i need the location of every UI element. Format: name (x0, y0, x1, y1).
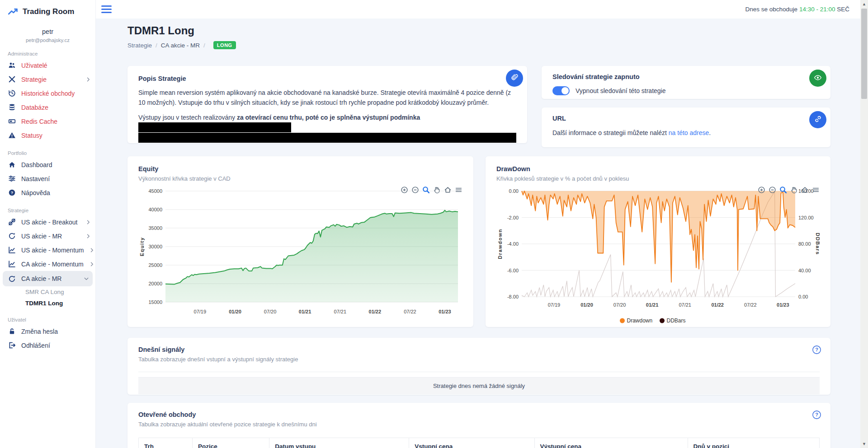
zoom-out-icon[interactable] (411, 186, 419, 194)
sidebar-section-uzivatel: Uživatel (0, 309, 95, 324)
url-text: Další informace o strategii můžete naléz… (552, 129, 820, 136)
equity-chart-card: Equity Výkonnostní křivka strategie v CA… (127, 156, 473, 327)
history-icon (8, 89, 16, 98)
svg-text:?: ? (815, 347, 818, 352)
app-logo[interactable]: Trading Room (0, 0, 95, 17)
sidebar-item-strategie-admin[interactable]: Strategie (0, 72, 95, 86)
refresh-icon (8, 232, 16, 240)
today-signals-card: Dnešní signály Tabulka zobrazuje dnešní … (127, 338, 830, 395)
svg-text:01/21: 01/21 (646, 302, 659, 308)
sidebar-subitem-smr-ca-long[interactable]: SMR CA Long (0, 286, 95, 298)
main-content: TDMR1 Long Strategie / CA akcie - MR / L… (95, 19, 860, 448)
sidebar: Trading Room petr petr@podhajsky.cz Admi… (0, 0, 96, 448)
svg-text:01/23: 01/23 (777, 302, 789, 308)
zoom-mode-icon[interactable] (779, 186, 787, 194)
svg-text:07/22: 07/22 (404, 309, 416, 314)
svg-text:35000: 35000 (148, 225, 162, 231)
logout-icon (8, 341, 16, 350)
url-link[interactable]: na této adrese (669, 129, 709, 136)
hamburger-menu-icon[interactable] (101, 5, 112, 13)
svg-text:01/20: 01/20 (229, 309, 241, 314)
sidebar-item-napoveda[interactable]: ? Nápověda (0, 186, 95, 200)
svg-text:01/22: 01/22 (711, 302, 724, 308)
home-reset-icon[interactable] (444, 186, 452, 194)
open-trades-card: Otevřené obchody Tabulka zobrazuje aktuá… (127, 403, 830, 448)
sliders-icon (8, 175, 16, 183)
description-paragraph: Simple mean reversion systém aplikovaný … (138, 88, 516, 108)
breadcrumb-strategie[interactable]: Strategie (127, 42, 152, 49)
pan-icon[interactable] (790, 186, 798, 194)
chart-title: Equity (138, 165, 462, 173)
svg-text:01/21: 01/21 (299, 309, 311, 314)
sidebar-item-uzivatele[interactable]: Uživatelé (0, 58, 95, 72)
svg-text:Equity: Equity (139, 237, 145, 257)
svg-text:-8.00: -8.00 (507, 294, 519, 299)
eye-icon (814, 74, 822, 83)
zoom-mode-icon[interactable] (422, 186, 430, 194)
sidebar-item-databaze[interactable]: Databáze (0, 100, 95, 114)
warning-triangle-icon (8, 131, 16, 140)
sidebar-item-zmena-hesla[interactable]: Změna hesla (0, 324, 95, 338)
column-header: Dnů v pozici (688, 438, 820, 448)
url-button[interactable] (809, 111, 826, 128)
page-scrollbar[interactable]: ▲ ▼ (860, 0, 868, 448)
svg-text:20000: 20000 (148, 281, 162, 286)
menu-icon[interactable] (812, 186, 820, 194)
help-icon[interactable]: ? (812, 345, 821, 355)
zoom-in-icon[interactable] (401, 186, 408, 194)
sidebar-section-strategie: Strategie (0, 200, 95, 215)
svg-text:Drawdown: Drawdown (627, 317, 653, 324)
drawdown-chart[interactable]: 0.00-2.00-4.00-6.00-8.00160.00120.0080.0… (496, 186, 820, 327)
user-email: petr@podhajsky.cz (0, 37, 95, 43)
signals-table-header (138, 372, 820, 378)
svg-text:80.00: 80.00 (798, 241, 811, 247)
edit-description-button[interactable] (506, 70, 523, 87)
svg-text:?: ? (10, 191, 13, 195)
sidebar-item-us-akcie-breakout[interactable]: US akcie - Breakout (0, 215, 95, 229)
sidebar-item-ca-akcie-momentum[interactable]: CA akcie - Momentum (0, 257, 95, 271)
tracking-toggle[interactable] (552, 86, 570, 95)
breadcrumb: Strategie / CA akcie - MR / LONG (127, 41, 830, 49)
scroll-up-icon[interactable]: ▲ (860, 0, 868, 8)
sidebar-item-us-akcie-mr[interactable]: US akcie - MR (0, 229, 95, 243)
column-header: Výstupní cena (534, 438, 688, 448)
trending-up-icon (8, 6, 19, 17)
card-subtitle: Tabulka zobrazuje aktuální otevřené pozi… (138, 421, 820, 428)
pan-icon[interactable] (433, 186, 441, 194)
chart-subtitle: Výkonnostní křivka strategie v CAD (138, 175, 462, 182)
sidebar-item-ca-akcie-mr[interactable]: CA akcie - MR (3, 271, 93, 286)
open-trades-table: Trh Pozice Datum vstupu Vstupní cena Výs… (138, 438, 820, 448)
sidebar-item-statusy[interactable]: Statusy (0, 128, 95, 142)
column-header: Vstupní cena (409, 438, 534, 448)
help-icon[interactable]: ? (812, 410, 821, 420)
scroll-down-icon[interactable]: ▼ (860, 440, 868, 448)
tools-icon (8, 75, 16, 84)
column-header: Datum vstupu (269, 438, 409, 448)
svg-text:25000: 25000 (148, 262, 162, 268)
sidebar-item-odhlaseni[interactable]: Odhlášení (0, 338, 95, 352)
card-subtitle: Tabulka zobrazuje dnešní vstupní a výstu… (138, 356, 820, 363)
menu-icon[interactable] (455, 186, 462, 194)
sidebar-item-dashboard[interactable]: Dashboard (0, 158, 95, 172)
zoom-out-icon[interactable] (769, 186, 776, 194)
svg-text:07/21: 07/21 (334, 309, 347, 314)
sidebar-item-historicke-obchody[interactable]: Historické obchody (0, 86, 95, 100)
sidebar-item-nastaveni[interactable]: Nastavení (0, 172, 95, 186)
link-icon (814, 115, 822, 124)
equity-chart[interactable]: 1500020000250003000035000400004500007/19… (138, 186, 462, 317)
sidebar-subitem-tdmr1-long[interactable]: TDMR1 Long (0, 298, 95, 309)
trading-hours-time: 14:30 - 21:00 (799, 6, 835, 13)
card-title: Dnešní signály (138, 346, 820, 353)
svg-text:?: ? (815, 412, 818, 417)
sidebar-item-redis-cache[interactable]: Redis Cache (0, 114, 95, 128)
redacted-text-block (138, 133, 516, 143)
home-reset-icon[interactable] (801, 186, 809, 194)
chart-toolbar (401, 186, 462, 194)
signals-empty-state: Strategie dnes nemá žádné signály (138, 378, 820, 394)
scrollbar-thumb[interactable] (861, 9, 867, 99)
sidebar-item-us-akcie-momentum[interactable]: US akcie - Momentum (0, 243, 95, 257)
breadcrumb-ca-akcie-mr[interactable]: CA akcie - MR (161, 42, 200, 49)
tracking-enabled-button[interactable] (809, 70, 826, 87)
svg-text:07/22: 07/22 (744, 302, 757, 308)
zoom-in-icon[interactable] (758, 186, 765, 194)
